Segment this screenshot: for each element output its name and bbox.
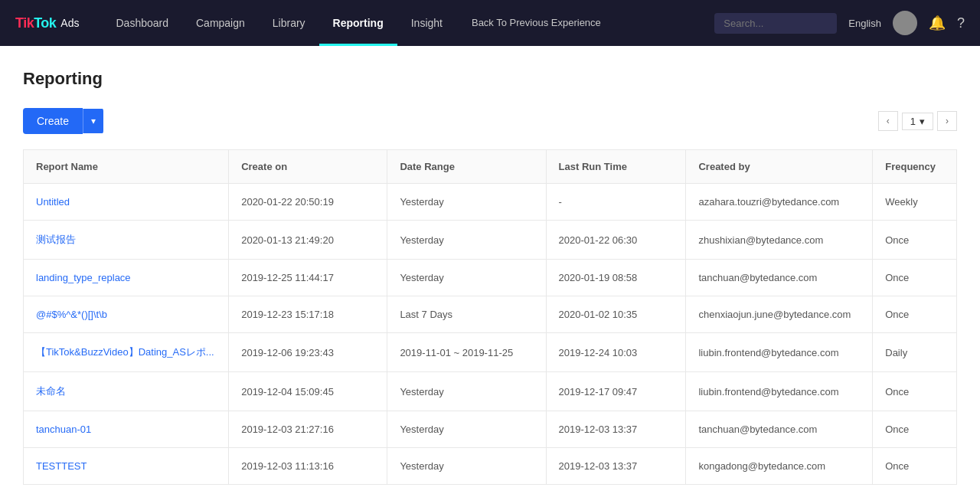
cell-created-by: liubin.frontend@bytedance.com	[686, 372, 873, 411]
cell-report-name: 【TikTok&BuzzVideo】Dating_ASレポ...	[24, 333, 229, 372]
report-name-link[interactable]: tanchuan-01	[36, 424, 91, 435]
cell-frequency: Once	[873, 448, 957, 485]
cell-last-run-time: 2020-01-19 08:58	[546, 260, 686, 296]
cell-created-by: zhushixian@bytedance.com	[686, 221, 873, 260]
table-row: Untitled2020-01-22 20:50:19Yesterday-aza…	[24, 184, 957, 221]
report-name-link[interactable]: Untitled	[36, 196, 70, 208]
table-row: landing_type_replace2019-12-25 11:44:17Y…	[24, 260, 957, 296]
cell-created-by: liubin.frontend@bytedance.com	[686, 333, 873, 372]
cell-date-range: Yesterday	[387, 411, 546, 448]
avatar[interactable]	[893, 11, 917, 35]
page-dropdown-icon[interactable]: ▾	[920, 116, 925, 127]
create-button-group: Create ▾	[23, 108, 103, 134]
search-input[interactable]	[714, 13, 837, 34]
cell-date-range: Yesterday	[387, 184, 546, 221]
bell-icon[interactable]: 🔔	[929, 15, 946, 31]
logo-ads-text: Ads	[60, 17, 79, 29]
table-row: 【TikTok&BuzzVideo】Dating_ASレポ...2019-12-…	[24, 333, 957, 372]
table-body: Untitled2020-01-22 20:50:19Yesterday-aza…	[24, 184, 957, 485]
language-selector[interactable]: English	[848, 18, 881, 29]
nav-item-campaign[interactable]: Campaign	[182, 0, 259, 46]
report-name-link[interactable]: landing_type_replace	[36, 272, 131, 283]
cell-frequency: Once	[873, 296, 957, 333]
cell-report-name: landing_type_replace	[24, 260, 229, 296]
cell-frequency: Once	[873, 411, 957, 448]
toolbar: Create ▾ ‹ 1 ▾ ›	[23, 108, 957, 134]
cell-last-run-time: 2020-01-02 10:35	[546, 296, 686, 333]
report-name-link[interactable]: 未命名	[36, 385, 66, 397]
create-button[interactable]: Create	[23, 108, 83, 134]
cell-create-on: 2019-12-25 11:44:17	[229, 260, 387, 296]
report-name-link[interactable]: 【TikTok&BuzzVideo】Dating_ASレポ...	[36, 346, 214, 358]
cell-create-on: 2020-01-13 21:49:20	[229, 221, 387, 260]
cell-last-run-time: 2020-01-22 06:30	[546, 221, 686, 260]
cell-created-by: tanchuan@bytedance.com	[686, 411, 873, 448]
page-next-button[interactable]: ›	[937, 111, 957, 131]
table-row: TESTTEST2019-12-03 11:13:16Yesterday2019…	[24, 448, 957, 485]
pagination: ‹ 1 ▾ ›	[878, 111, 957, 131]
cell-report-name: TESTTEST	[24, 448, 229, 485]
top-navigation: TikTok Ads Dashboard Campaign Library Re…	[0, 0, 980, 46]
cell-date-range: Yesterday	[387, 221, 546, 260]
nav-item-library[interactable]: Library	[259, 0, 319, 46]
header-report-name: Report Name	[24, 150, 229, 184]
cell-date-range: Last 7 Days	[387, 296, 546, 333]
table-header: Report Name Create on Date Range Last Ru…	[24, 150, 957, 184]
header-date-range: Date Range	[387, 150, 546, 184]
cell-frequency: Daily	[873, 333, 957, 372]
cell-last-run-time: 2019-12-17 09:47	[546, 372, 686, 411]
page-title: Reporting	[23, 69, 957, 89]
page-prev-button[interactable]: ‹	[878, 111, 898, 131]
cell-date-range: Yesterday	[387, 260, 546, 296]
logo-tiktok-text: TikTok	[15, 15, 56, 31]
cell-last-run-time: 2019-12-24 10:03	[546, 333, 686, 372]
cell-created-by: tanchuan@bytedance.com	[686, 260, 873, 296]
logo[interactable]: TikTok Ads	[15, 15, 79, 31]
cell-frequency: Weekly	[873, 184, 957, 221]
header-last-run-time: Last Run Time	[546, 150, 686, 184]
nav-links: Dashboard Campaign Library Reporting Ins…	[102, 0, 714, 46]
cell-frequency: Once	[873, 221, 957, 260]
cell-last-run-time: 2019-12-03 13:37	[546, 411, 686, 448]
header-create-on: Create on	[229, 150, 387, 184]
help-icon[interactable]: ?	[957, 15, 965, 31]
cell-report-name: @#$%^&*()[]\t\b	[24, 296, 229, 333]
header-frequency: Frequency	[873, 150, 957, 184]
table-row: 未命名2019-12-04 15:09:45Yesterday2019-12-1…	[24, 372, 957, 411]
cell-frequency: Once	[873, 260, 957, 296]
cell-report-name: tanchuan-01	[24, 411, 229, 448]
nav-item-reporting[interactable]: Reporting	[319, 0, 397, 46]
table-row: @#$%^&*()[]\t\b2019-12-23 15:17:18Last 7…	[24, 296, 957, 333]
header-created-by: Created by	[686, 150, 873, 184]
nav-item-dashboard[interactable]: Dashboard	[102, 0, 182, 46]
cell-last-run-time: -	[546, 184, 686, 221]
cell-created-by: kongadong@bytedance.com	[686, 448, 873, 485]
cell-created-by: chenxiaojun.june@bytedance.com	[686, 296, 873, 333]
cell-create-on: 2019-12-06 19:23:43	[229, 333, 387, 372]
cell-date-range: 2019-11-01 ~ 2019-11-25	[387, 333, 546, 372]
nav-item-insight[interactable]: Insight	[397, 0, 456, 46]
cell-report-name: 未命名	[24, 372, 229, 411]
table-row: tanchuan-012019-12-03 21:27:16Yesterday2…	[24, 411, 957, 448]
cell-create-on: 2019-12-03 11:13:16	[229, 448, 387, 485]
cell-create-on: 2020-01-22 20:50:19	[229, 184, 387, 221]
cell-date-range: Yesterday	[387, 372, 546, 411]
cell-created-by: azahara.touzri@bytedance.com	[686, 184, 873, 221]
cell-create-on: 2019-12-23 15:17:18	[229, 296, 387, 333]
main-content: Reporting Create ▾ ‹ 1 ▾ › Report Name C…	[0, 46, 980, 494]
cell-last-run-time: 2019-12-03 13:37	[546, 448, 686, 485]
report-name-link[interactable]: 测试报告	[36, 234, 76, 245]
nav-right: English 🔔 ?	[714, 11, 965, 35]
report-table: Report Name Create on Date Range Last Ru…	[23, 149, 957, 485]
cell-date-range: Yesterday	[387, 448, 546, 485]
cell-frequency: Once	[873, 372, 957, 411]
page-number: 1 ▾	[902, 113, 933, 130]
report-name-link[interactable]: TESTTEST	[36, 460, 87, 472]
create-dropdown-arrow[interactable]: ▾	[83, 109, 103, 133]
table-row: 测试报告2020-01-13 21:49:20Yesterday2020-01-…	[24, 221, 957, 260]
nav-back-button[interactable]: Back To Previous Experience	[456, 17, 616, 30]
cell-create-on: 2019-12-03 21:27:16	[229, 411, 387, 448]
cell-report-name: Untitled	[24, 184, 229, 221]
report-name-link[interactable]: @#$%^&*()[]\t\b	[36, 309, 107, 320]
cell-report-name: 测试报告	[24, 221, 229, 260]
